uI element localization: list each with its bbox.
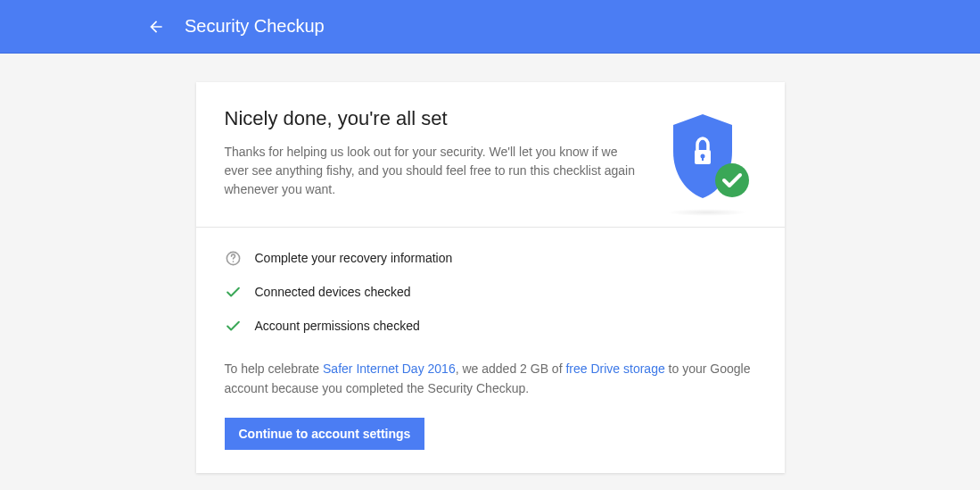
app-header: Security Checkup — [0, 0, 980, 54]
promo-footer-text: To help celebrate Safer Internet Day 201… — [225, 360, 756, 398]
checklist-item-label: Account permissions checked — [255, 319, 420, 333]
checklist-item-label: Complete your recovery information — [255, 251, 453, 265]
card-description: Thanks for helping us look out for your … — [225, 143, 640, 199]
svg-point-3 — [715, 163, 749, 197]
card-title: Nicely done, you're all set — [225, 107, 640, 130]
checklist-item-permissions: Account permissions checked — [225, 317, 756, 335]
safer-internet-day-link[interactable]: Safer Internet Day 2016 — [323, 361, 456, 376]
checklist-item-devices: Connected devices checked — [225, 283, 756, 301]
security-checkup-card: Nicely done, you're all set Thanks for h… — [196, 82, 785, 473]
free-drive-storage-link[interactable]: free Drive storage — [565, 361, 664, 376]
back-arrow-icon[interactable] — [147, 18, 165, 36]
svg-point-5 — [233, 261, 235, 262]
card-summary-section: Nicely done, you're all set Thanks for h… — [196, 82, 785, 227]
continue-button[interactable]: Continue to account settings — [225, 418, 425, 450]
check-icon — [225, 317, 243, 335]
checklist-item-label: Connected devices checked — [255, 285, 411, 299]
checklist-item-recovery: Complete your recovery information — [225, 249, 756, 267]
check-icon — [225, 283, 243, 301]
question-circle-icon — [225, 249, 243, 267]
card-details-section: Complete your recovery information Conne… — [196, 228, 785, 473]
header-title: Security Checkup — [185, 16, 325, 37]
shield-check-badge-icon — [658, 107, 756, 205]
svg-rect-2 — [702, 156, 704, 161]
